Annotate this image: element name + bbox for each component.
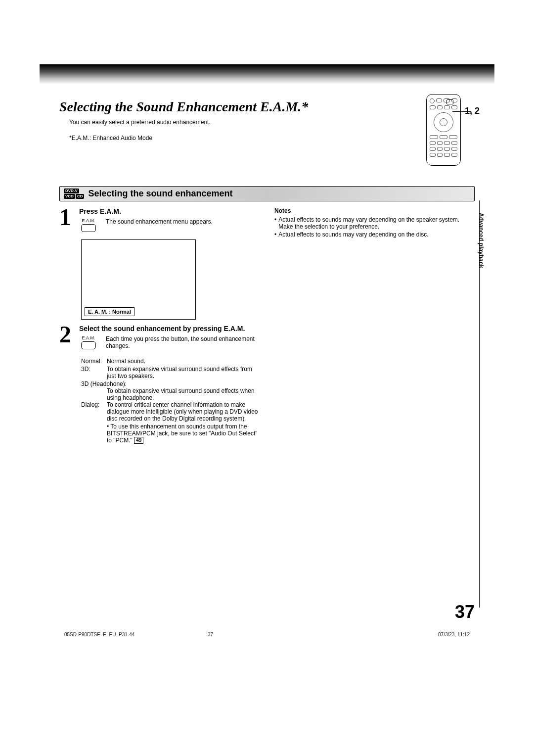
screen-preview: E. A. M. : Normal [81,239,196,320]
step-2: 2 Select the sound enhancement by pressi… [59,325,260,351]
mode-normal-label: Normal: [81,358,107,365]
page-content: Selecting the Sound Enhancement E.A.M.* … [59,99,475,657]
mode-dialog-bullet: • To use this enhancement on sounds outp… [107,423,260,444]
mode-dialog-bullet-text: • To use this enhancement on sounds outp… [107,423,258,444]
step-2-number: 2 [59,325,76,351]
section-title: Selecting the sound enhancement [88,189,232,199]
modes-list: Normal: Normal sound. 3D: To obtain expa… [81,358,260,444]
page-title: Selecting the Sound Enhancement E.A.M.* [59,99,308,115]
eam-button-icon-2: E.A.M. [79,335,98,351]
note-1: Actual effects to sounds may vary depend… [278,216,475,230]
tag-vcd: VCD [64,194,75,199]
remote-callout: 1, 2 [426,94,480,166]
remote-leader-line [452,111,471,112]
remote-highlight [446,99,453,104]
notes-title: Notes [274,207,475,214]
footer-mid: 37 [208,632,213,637]
mode-3d-desc: To obtain expansive virtual surround sou… [107,366,260,379]
disc-tags: DVD-V VCD CD [64,189,84,199]
side-tab: Advanced playback [478,213,485,268]
page-ref-49: 49 [134,437,143,444]
page-number: 37 [455,602,475,622]
footer: 05SD-P90DTSE_E_EU_P31-44 37 07/3/23, 11:… [64,632,470,637]
mode-3dhp-label: 3D (Headphone): [81,380,260,387]
footer-left: 05SD-P90DTSE_E_EU_P31-44 [64,632,134,637]
mode-dialog-label: Dialog: [81,401,107,422]
intro-note: *E.A.M.: Enhanced Audio Mode [69,135,475,142]
left-column: 1 Press E.A.M. E.A.M. The sound enhancem… [59,207,260,444]
note-2: Actual effects to sounds may vary depend… [278,231,428,238]
screen-osd-text: E. A. M. : Normal [85,307,134,316]
header-row: Selecting the Sound Enhancement E.A.M.* … [59,99,475,142]
columns: 1 Press E.A.M. E.A.M. The sound enhancem… [59,207,475,444]
step-2-title: Select the sound enhancement by pressing… [79,325,260,332]
section-bar: DVD-V VCD CD Selecting the sound enhance… [59,186,475,201]
tag-dvdv: DVD-V [64,189,79,193]
footer-right: 07/3/23, 11:12 [438,632,470,637]
header-gradient [40,64,494,84]
eam-button-icon: E.A.M. [79,218,98,234]
step-1: 1 Press E.A.M. E.A.M. The sound enhancem… [59,207,260,234]
step-2-desc: Each time you press the button, the soun… [106,335,260,349]
intro-text: You can easily select a preferred audio … [69,119,475,126]
intro-block: Selecting the Sound Enhancement E.A.M.* … [59,99,475,142]
step-1-title: Press E.A.M. [79,207,260,215]
mode-dialog-desc: To control critical center channel infor… [107,401,260,422]
remote-diagram [426,94,461,166]
notes-list: •Actual effects to sounds may vary depen… [274,216,475,238]
mode-normal-desc: Normal sound. [107,358,260,365]
mode-3d-label: 3D: [81,366,107,379]
step-1-number: 1 [59,207,76,234]
tag-cd: CD [76,194,85,199]
mode-3dhp-desc: To obtain expansive virtual surround sou… [107,387,260,401]
step-1-desc: The sound enhancement menu appears. [106,218,260,225]
right-column: Notes •Actual effects to sounds may vary… [274,207,475,444]
